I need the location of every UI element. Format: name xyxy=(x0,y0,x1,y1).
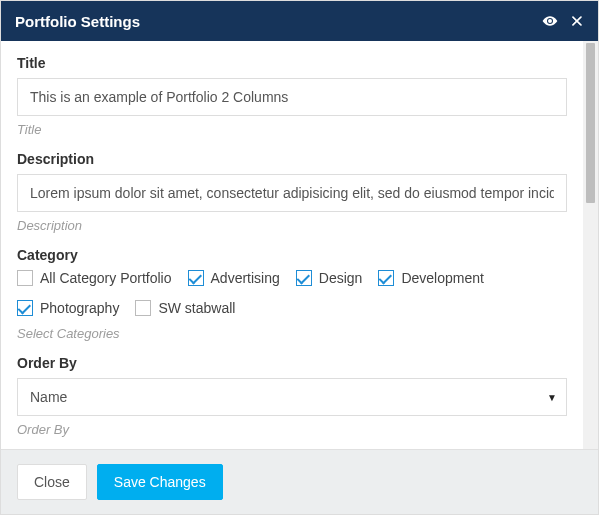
category-option-label: Photography xyxy=(40,300,119,316)
modal-body: Title Title Description Description Cate… xyxy=(1,41,583,449)
scrollbar[interactable] xyxy=(583,41,598,449)
modal-body-wrap: Title Title Description Description Cate… xyxy=(1,41,598,449)
close-button[interactable]: Close xyxy=(17,464,87,500)
header-actions xyxy=(542,13,584,29)
field-description: Description Description xyxy=(17,151,567,233)
category-all[interactable]: All Category Portfolio xyxy=(17,270,172,286)
checkbox-checked-icon xyxy=(17,300,33,316)
checkbox-checked-icon xyxy=(188,270,204,286)
category-swstabwall[interactable]: SW stabwall xyxy=(135,300,235,316)
portfolio-settings-modal: Portfolio Settings Title Title Descripti… xyxy=(0,0,599,515)
field-title: Title Title xyxy=(17,55,567,137)
category-photography[interactable]: Photography xyxy=(17,300,119,316)
category-option-label: Design xyxy=(319,270,363,286)
scrollbar-thumb[interactable] xyxy=(586,43,595,203)
field-orderby: Order By Name ▼ Order By xyxy=(17,355,567,437)
title-input[interactable] xyxy=(17,78,567,116)
category-advertising[interactable]: Advertising xyxy=(188,270,280,286)
modal-title: Portfolio Settings xyxy=(15,13,140,30)
title-help: Title xyxy=(17,122,567,137)
modal-header: Portfolio Settings xyxy=(1,1,598,41)
field-category: Category All Category Portfolio Advertis… xyxy=(17,247,567,341)
modal-footer: Close Save Changes xyxy=(1,449,598,514)
close-icon[interactable] xyxy=(570,14,584,28)
description-help: Description xyxy=(17,218,567,233)
orderby-label: Order By xyxy=(17,355,567,371)
visibility-icon[interactable] xyxy=(542,13,558,29)
orderby-select-wrap: Name ▼ xyxy=(17,378,567,416)
category-design[interactable]: Design xyxy=(296,270,363,286)
description-input[interactable] xyxy=(17,174,567,212)
orderby-help: Order By xyxy=(17,422,567,437)
title-label: Title xyxy=(17,55,567,71)
category-option-label: SW stabwall xyxy=(158,300,235,316)
category-label: Category xyxy=(17,247,567,263)
checkbox-unchecked-icon xyxy=(17,270,33,286)
category-option-label: Advertising xyxy=(211,270,280,286)
category-development[interactable]: Development xyxy=(378,270,484,286)
description-label: Description xyxy=(17,151,567,167)
category-options: All Category Portfolio Advertising Desig… xyxy=(17,270,567,316)
category-option-label: Development xyxy=(401,270,484,286)
save-button[interactable]: Save Changes xyxy=(97,464,223,500)
category-option-label: All Category Portfolio xyxy=(40,270,172,286)
category-help: Select Categories xyxy=(17,326,567,341)
checkbox-checked-icon xyxy=(378,270,394,286)
orderby-select[interactable]: Name xyxy=(17,378,567,416)
checkbox-unchecked-icon xyxy=(135,300,151,316)
checkbox-checked-icon xyxy=(296,270,312,286)
